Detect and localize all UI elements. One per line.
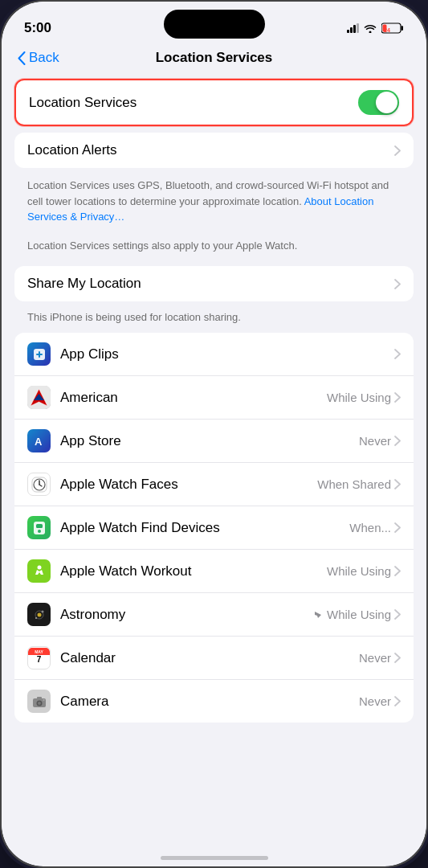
- back-label: Back: [29, 50, 59, 66]
- list-item[interactable]: Apple Watch Find Devices When...: [14, 506, 414, 550]
- app-clips-label: App Clips: [60, 346, 119, 362]
- astronomy-icon: [27, 603, 51, 626]
- svg-rect-1: [402, 26, 404, 31]
- svg-text:24: 24: [384, 27, 390, 33]
- calendar-label: Calendar: [60, 650, 116, 666]
- chevron-right-icon: [394, 145, 401, 156]
- location-services-section: Location Services: [14, 79, 414, 126]
- signal-bars-icon: [347, 23, 359, 33]
- camera-label: Camera: [60, 694, 108, 710]
- battery-icon: 24: [381, 23, 404, 34]
- astronomy-left: Astronomy: [27, 603, 125, 626]
- phone-frame: 5:00: [0, 0, 428, 868]
- list-item[interactable]: Apple Watch Faces When Shared: [14, 463, 414, 506]
- chevron-right-icon-share: [394, 279, 401, 289]
- description-2: Location Services settings also apply to…: [2, 231, 426, 264]
- astronomy-label: Astronomy: [60, 607, 125, 623]
- workout-label: Apple Watch Workout: [60, 563, 191, 579]
- watch-faces-left: Apple Watch Faces: [27, 473, 178, 496]
- back-button[interactable]: Back: [18, 50, 59, 66]
- share-my-location-row[interactable]: Share My Location: [14, 266, 414, 301]
- chevron-right-icon: [394, 609, 401, 620]
- camera-value: Never: [359, 694, 391, 708]
- american-icon: [27, 386, 51, 409]
- chevron-right-icon: [394, 349, 401, 359]
- workout-left: Apple Watch Workout: [27, 559, 191, 583]
- appstore-value: Never: [359, 434, 391, 448]
- list-item[interactable]: Astronomy While Using: [14, 593, 414, 637]
- svg-point-24: [43, 699, 44, 701]
- watch-faces-label: Apple Watch Faces: [60, 477, 178, 493]
- phone-screen: 5:00: [2, 2, 426, 866]
- location-alerts-label: Location Alerts: [27, 142, 117, 158]
- appstore-icon: A: [27, 429, 51, 452]
- astronomy-right: While Using: [314, 608, 401, 621]
- list-item[interactable]: A App Store Never: [14, 420, 414, 463]
- signal-bar-1: [347, 30, 349, 33]
- svg-point-22: [38, 702, 41, 705]
- svg-point-19: [35, 617, 37, 619]
- signal-bar-2: [350, 27, 353, 33]
- share-location-description: This iPhone is being used for location s…: [2, 305, 426, 326]
- status-time: 5:00: [24, 20, 51, 36]
- chevron-right-icon: [394, 392, 401, 403]
- find-devices-right: When...: [349, 521, 401, 534]
- content-area: Location Services Location Alerts: [2, 72, 426, 850]
- list-item[interactable]: American While Using: [14, 376, 414, 420]
- svg-text:A: A: [35, 436, 43, 448]
- calendar-value: Never: [359, 651, 391, 665]
- location-alerts-right: [394, 145, 401, 156]
- find-devices-left: Apple Watch Find Devices: [27, 516, 220, 539]
- american-right: While Using: [327, 391, 401, 404]
- chevron-right-icon: [394, 696, 401, 706]
- app-clips-right: [394, 349, 401, 359]
- camera-right: Never: [359, 694, 401, 708]
- chevron-right-icon: [394, 653, 401, 663]
- list-item[interactable]: MAY 7 Calendar Never: [14, 637, 414, 680]
- location-services-toggle-row[interactable]: Location Services: [29, 80, 399, 125]
- svg-point-13: [38, 530, 41, 533]
- share-my-location-label: Share My Location: [27, 276, 141, 292]
- calendar-left: MAY 7 Calendar: [27, 646, 116, 669]
- watch-faces-icon: [27, 473, 51, 496]
- share-my-location-right: [394, 279, 401, 289]
- find-devices-label: Apple Watch Find Devices: [60, 520, 220, 536]
- list-item[interactable]: Apple Watch Workout While Using: [14, 550, 414, 593]
- american-left: American: [27, 386, 118, 409]
- svg-rect-12: [36, 524, 43, 528]
- appstore-label: App Store: [60, 433, 121, 449]
- chevron-left-icon: [18, 51, 26, 65]
- calendar-right: Never: [359, 651, 401, 665]
- description-1: Location Services uses GPS, Bluetooth, a…: [2, 171, 426, 231]
- list-item[interactable]: Camera Never: [14, 680, 414, 723]
- svg-point-17: [37, 612, 41, 616]
- find-devices-icon: [27, 516, 51, 539]
- chevron-right-icon: [394, 436, 401, 446]
- appstore-left: A App Store: [27, 429, 121, 452]
- american-label: American: [60, 390, 118, 406]
- list-item[interactable]: App Clips: [14, 333, 414, 376]
- american-value: While Using: [327, 391, 391, 404]
- nav-title: Location Services: [156, 50, 273, 66]
- svg-point-14: [37, 565, 41, 569]
- camera-icon: [27, 690, 51, 713]
- chevron-right-icon: [394, 566, 401, 576]
- wifi-icon: [364, 23, 377, 33]
- chevron-right-icon: [394, 522, 401, 533]
- workout-right: While Using: [327, 564, 401, 578]
- toggle-knob: [376, 92, 397, 113]
- svg-point-18: [41, 610, 43, 612]
- location-services-toggle[interactable]: [358, 90, 399, 115]
- status-icons: 24: [347, 23, 404, 34]
- app-clips-icon: [27, 342, 51, 366]
- watch-faces-right: When Shared: [317, 477, 401, 491]
- nav-bar: Back Location Services: [2, 43, 426, 72]
- dynamic-island: [164, 10, 265, 39]
- app-list-section: App Clips: [14, 333, 414, 723]
- bottom-padding: [2, 726, 426, 750]
- camera-left: Camera: [27, 690, 108, 713]
- astronomy-value: While Using: [327, 608, 391, 621]
- location-alerts-row[interactable]: Location Alerts: [14, 133, 414, 168]
- location-services-label: Location Services: [29, 95, 137, 111]
- find-devices-value: When...: [349, 521, 391, 534]
